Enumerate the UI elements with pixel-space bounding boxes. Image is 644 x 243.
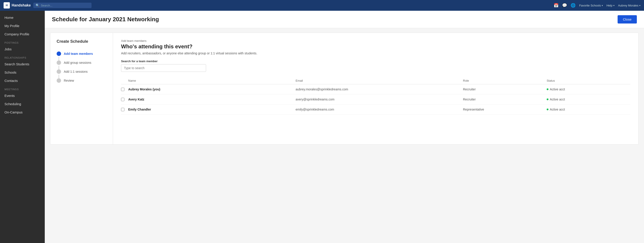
row-3-email: emily@sprinkledreams.com (296, 108, 463, 111)
col-header-email: Email (296, 79, 463, 82)
row-1-name: Aubrey Morales (you) (128, 88, 296, 91)
step-dot-4 (56, 78, 61, 83)
globe-icon[interactable]: 🌐 (570, 3, 576, 8)
content-area: Create Schedule Add team members Add gro… (50, 33, 639, 144)
relationships-section-label: Relationships (0, 53, 45, 60)
sidebar-item-on-campus[interactable]: On-Campus (0, 108, 45, 116)
sidebar-item-search-students[interactable]: Search Students (0, 60, 45, 68)
section-heading: Who's attending this event? (121, 44, 630, 50)
col-header-role: Role (463, 79, 547, 82)
wizard-steps: Add team members Add group sessions Add … (56, 49, 106, 85)
col-header-check (121, 79, 128, 82)
row-3-check[interactable] (121, 108, 128, 111)
page-header: Schedule for January 2021 Networking Clo… (45, 11, 644, 28)
status-dot-2 (547, 98, 548, 100)
row-2-role: Recruiter (463, 98, 547, 101)
section-desc: Add recruiters, ambassadors, or anyone e… (121, 52, 630, 55)
right-panel: Add team members Who's attending this ev… (113, 33, 638, 144)
row-3-status: Active acct (547, 108, 630, 111)
sidebar-item-scheduling[interactable]: Scheduling (0, 100, 45, 108)
row-3-role: Representative (463, 108, 547, 111)
step-label-2: Add group sessions (64, 61, 91, 64)
row-1-role: Recruiter (463, 88, 547, 91)
step-label-4: Review (64, 79, 74, 82)
row-1-status-text: Active acct (550, 88, 565, 91)
user-menu[interactable]: Aubrey Morales ▾ (618, 4, 640, 7)
section-subtitle: Add team members (121, 39, 630, 42)
wizard-step-3[interactable]: Add 1:1 sessions (56, 67, 106, 76)
row-3-status-text: Active acct (550, 108, 565, 111)
sidebar-item-company-profile[interactable]: Company Profile (0, 30, 45, 38)
chat-icon[interactable]: 💬 (562, 3, 567, 8)
calendar-icon[interactable]: 📅 (554, 3, 558, 8)
table-row: Avery Katz avery@sprinkledreams.com Recr… (121, 94, 630, 104)
row-2-check[interactable] (121, 98, 128, 101)
user-name-label: Aubrey Morales (618, 4, 638, 7)
search-input[interactable] (41, 4, 86, 7)
checkbox-aubrey[interactable] (121, 88, 124, 91)
page-title: Schedule for January 2021 Networking (52, 16, 159, 23)
search-bar[interactable]: 🔍 (33, 3, 92, 8)
step-dot-3 (56, 69, 61, 74)
help-label: Help (606, 4, 612, 7)
row-2-status: Active acct (547, 98, 630, 101)
row-1-status: Active acct (547, 88, 630, 91)
checkbox-emily[interactable] (121, 108, 124, 111)
step-label-3: Add 1:1 sessions (64, 70, 88, 74)
row-1-email: aubrey.morales@sprinkledreams.com (296, 88, 463, 91)
logo-icon: H (4, 2, 10, 8)
sidebar-item-contacts[interactable]: Contacts (0, 76, 45, 85)
meetings-section-label: Meetings (0, 85, 45, 92)
main-content: Schedule for January 2021 Networking Clo… (45, 11, 644, 243)
user-caret: ▾ (639, 4, 640, 7)
step-dot-1 (56, 52, 61, 56)
sidebar-item-home[interactable]: Home (0, 14, 45, 22)
wizard-step-1[interactable]: Add team members (56, 49, 106, 58)
table-header: Name Email Role Status (121, 77, 630, 84)
help-menu[interactable]: Help ▾ (606, 4, 614, 7)
row-2-email: avery@sprinkledreams.com (296, 98, 463, 101)
postings-section-label: Postings (0, 38, 45, 45)
table-row: Aubrey Morales (you) aubrey.morales@spri… (121, 84, 630, 94)
search-icon: 🔍 (36, 4, 40, 7)
sidebar-item-schools[interactable]: Schools (0, 68, 45, 76)
wizard-title: Create Schedule (56, 39, 106, 44)
col-header-status: Status (547, 79, 630, 82)
step-dot-2 (56, 60, 61, 65)
team-table: Name Email Role Status Aubrey Morales (y… (121, 77, 630, 114)
search-label: Search for a team member (121, 60, 630, 63)
help-caret: ▾ (613, 4, 614, 7)
logo-text: Handshake (12, 3, 31, 8)
team-search-input[interactable] (124, 66, 203, 70)
close-button[interactable]: Close (618, 15, 637, 24)
row-2-status-text: Active acct (550, 98, 565, 101)
col-header-name: Name (128, 79, 296, 82)
favorite-schools-caret: ▾ (602, 4, 603, 7)
logo[interactable]: H Handshake (4, 2, 31, 8)
sidebar-item-events[interactable]: Events (0, 92, 45, 100)
sidebar: Home My Profile Company Profile Postings… (0, 11, 45, 243)
sidebar-item-jobs[interactable]: Jobs (0, 45, 45, 53)
row-3-name: Emily Chandler (128, 108, 296, 111)
favorite-schools-label: Favorite Schools (579, 4, 601, 7)
status-dot-3 (547, 108, 548, 110)
row-1-check[interactable] (121, 88, 128, 91)
wizard-panel: Create Schedule Add team members Add gro… (50, 33, 113, 144)
topnav-icons: 📅 💬 🌐 Favorite Schools ▾ Help ▾ Aubrey M… (554, 3, 640, 8)
topnav: H Handshake 🔍 📅 💬 🌐 Favorite Schools ▾ H… (0, 0, 644, 11)
favorite-schools-menu[interactable]: Favorite Schools ▾ (579, 4, 603, 7)
wizard-step-4[interactable]: Review (56, 76, 106, 85)
status-dot-1 (547, 88, 548, 90)
table-row: Emily Chandler emily@sprinkledreams.com … (121, 104, 630, 114)
step-label-1: Add team members (64, 52, 93, 56)
checkbox-avery[interactable] (121, 98, 124, 101)
row-2-name: Avery Katz (128, 98, 296, 101)
wizard-step-2[interactable]: Add group sessions (56, 58, 106, 67)
sidebar-item-my-profile[interactable]: My Profile (0, 22, 45, 30)
search-wrapper[interactable] (121, 64, 206, 72)
